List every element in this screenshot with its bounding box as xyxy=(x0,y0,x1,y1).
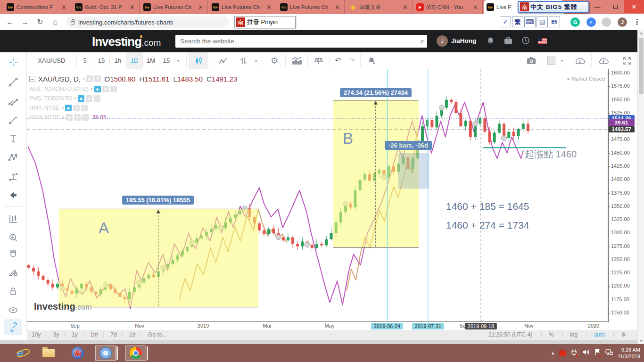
price-axis[interactable]: 1600.001575.001550.001525.001500.001475.… xyxy=(608,69,637,330)
tab-gold[interactable]: InvGold: Oct. 31 P✕ xyxy=(72,0,140,14)
compare-dropdown-icon[interactable]: ▾ xyxy=(252,52,260,69)
chevron-down-icon[interactable]: ▾ xyxy=(62,115,65,120)
screenshot-camera-icon[interactable] xyxy=(522,52,540,69)
auto-scale-button[interactable]: auto xyxy=(594,331,604,338)
range-1m[interactable]: 1m xyxy=(85,330,103,339)
eye-icon[interactable]: ◉ xyxy=(78,95,84,102)
chart-plot-area[interactable]: – XAU/USD, D, ▾ ◉ ⚙ O1500.90 H1511.61 L1… xyxy=(27,69,608,322)
back-icon[interactable]: ← xyxy=(4,16,16,28)
window-minimize-button[interactable]: — xyxy=(588,0,606,13)
tray-power-icon[interactable]: ✕ xyxy=(570,348,578,358)
ime-doc-button[interactable]: ▤ xyxy=(537,16,548,27)
home-icon[interactable]: ⌂ xyxy=(49,16,61,28)
chevron-down-icon[interactable]: ▾ xyxy=(83,76,85,81)
zoom-in-icon[interactable] xyxy=(8,232,18,243)
legend-symbol[interactable]: XAU/USD, D, xyxy=(38,75,81,83)
eye-icon[interactable]: ◉ xyxy=(65,105,72,111)
legend-row-pvg[interactable]: PVG, TORONTO▾◉⚙× xyxy=(29,94,237,103)
tray-ime-icon[interactable]: 南 xyxy=(559,349,566,358)
tab-close-icon[interactable]: ✕ xyxy=(401,4,409,11)
chevron-down-icon[interactable]: ▾ xyxy=(61,106,64,110)
eye-icon[interactable]: ◉ xyxy=(86,75,93,82)
background-swatch-button[interactable] xyxy=(544,52,558,69)
hide-drawings-eye-icon[interactable] xyxy=(8,305,18,315)
interval-15[interactable]: 15 xyxy=(93,52,109,69)
lock-icon[interactable] xyxy=(8,286,18,296)
magnet-icon[interactable] xyxy=(8,249,18,260)
gear-icon[interactable]: ⚙ xyxy=(102,86,109,92)
browser-menu-icon[interactable]: ⋮ xyxy=(631,16,643,28)
line-chart-type-icon[interactable] xyxy=(213,52,233,69)
reload-icon[interactable]: ↻ xyxy=(34,16,46,28)
range-1y[interactable]: 1y xyxy=(67,330,83,339)
brush-tool-icon[interactable] xyxy=(8,115,18,125)
log-scale-button[interactable]: log xyxy=(570,331,578,338)
investing-logo[interactable]: Investing.com xyxy=(92,34,161,49)
grammarly-extension-icon[interactable]: G xyxy=(570,17,580,27)
eye-icon[interactable]: ◉ xyxy=(94,86,101,92)
ime-b5-button[interactable]: B5 xyxy=(549,16,560,27)
alert-bell-icon[interactable] xyxy=(362,52,381,69)
cloud-load-icon[interactable] xyxy=(569,52,591,69)
tab-forum-reply[interactable]: ◆回覆文章✕ xyxy=(347,0,413,14)
ime-keyboard-button[interactable]: ⌨ xyxy=(524,16,536,27)
settings-gear-icon[interactable]: ⚙ xyxy=(265,52,284,69)
window-restore-button[interactable] xyxy=(606,0,624,13)
file-explorer-icon[interactable] xyxy=(41,346,56,360)
text-tool-icon[interactable] xyxy=(8,133,18,144)
tray-expand-icon[interactable]: ▲ xyxy=(551,351,555,355)
interval-15s[interactable]: 15 xyxy=(159,52,173,69)
tab-close-icon[interactable]: ✕ xyxy=(265,4,273,11)
ime-check-button[interactable]: ✓ xyxy=(500,16,511,27)
tab-close-icon[interactable]: ✕ xyxy=(128,4,136,11)
tab-cnn-youtube[interactable]: ▶(67) CNN - You✕ xyxy=(413,0,483,14)
browser-profile-avatar[interactable]: J xyxy=(618,17,627,27)
username-label[interactable]: JiaHong xyxy=(451,37,476,44)
swatch-dropdown-icon[interactable]: ▾ xyxy=(558,52,566,69)
trend-line-tool-icon[interactable] xyxy=(8,77,18,87)
close-icon[interactable]: × xyxy=(81,105,88,111)
undo-icon[interactable]: ↶ xyxy=(331,52,345,69)
collapse-icon[interactable]: – xyxy=(29,76,35,82)
scrollbar-thumb[interactable] xyxy=(639,38,644,94)
go-to-button[interactable]: Go to... xyxy=(143,330,171,339)
percent-scale-button[interactable]: % xyxy=(549,331,554,338)
scales-compare-icon[interactable] xyxy=(309,52,329,69)
notifications-bell-icon[interactable] xyxy=(487,36,495,47)
interval-1d-active[interactable]: 1D xyxy=(126,52,142,69)
tab-close-icon[interactable]: ✕ xyxy=(333,4,341,11)
tab-close-icon[interactable]: ✕ xyxy=(60,4,68,11)
projection-tool-icon[interactable] xyxy=(8,171,18,181)
interval-1h[interactable]: 1h xyxy=(110,52,126,69)
ime-traditional-button[interactable]: 繁 xyxy=(512,16,523,27)
user-avatar[interactable]: J xyxy=(437,35,448,47)
range-7d[interactable]: 7d xyxy=(106,330,121,339)
chevron-down-icon[interactable]: ▾ xyxy=(91,87,93,91)
us-flag-icon[interactable] xyxy=(538,38,547,44)
search-extension-icon[interactable]: ⌕ xyxy=(586,17,596,27)
gear-icon[interactable]: ⚙ xyxy=(73,105,80,111)
tab-live-futures-2[interactable]: InvLive Futures Ch✕ xyxy=(209,0,276,14)
chromium-taskbar-button[interactable] xyxy=(95,346,116,361)
xabcd-pattern-tool-icon[interactable] xyxy=(8,152,18,163)
interval-5[interactable]: 5 xyxy=(77,52,93,69)
interval-1m[interactable]: 1M xyxy=(143,52,159,69)
drawing-lock-pencil-icon[interactable] xyxy=(8,267,18,278)
time-axis[interactable]: SepNov2019MarMay2019-06-242019-07-31Sep2… xyxy=(27,322,608,330)
search-icon[interactable]: ⌕ xyxy=(421,37,424,45)
extension-icon[interactable] xyxy=(602,17,611,27)
tab-live-futures-3[interactable]: InvLive Futures Ch✕ xyxy=(277,0,345,14)
bars-range-badge[interactable]: -26 bars, -36d xyxy=(385,141,432,150)
axis-settings-gear-icon[interactable]: ⚙ xyxy=(621,331,626,338)
measure-b-badge[interactable]: 274.34 (21.56%) 27434 xyxy=(340,88,412,97)
fullscreen-icon[interactable] xyxy=(618,52,636,69)
site-search-box[interactable]: ⌕ xyxy=(175,35,427,48)
measure-a-badge[interactable]: 185.55 (16.01%) 18555 xyxy=(122,196,194,205)
gear-icon[interactable]: ⚙ xyxy=(94,75,101,82)
chrome-taskbar-button[interactable] xyxy=(125,346,146,361)
interval-dropdown-icon[interactable]: ▾ xyxy=(173,52,183,69)
tray-network-icon[interactable] xyxy=(605,348,613,358)
gear-icon[interactable]: ⚙ xyxy=(74,114,81,121)
forecast-bars-tool-icon[interactable] xyxy=(8,214,18,224)
history-clock-icon[interactable] xyxy=(521,36,530,47)
